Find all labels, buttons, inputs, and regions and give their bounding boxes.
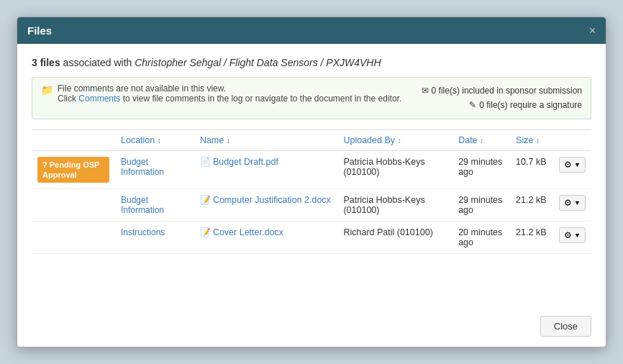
table-header-row: Location ↕ Name ↕ Uploaded By ↕ Date ↕ S…	[32, 129, 591, 150]
table-row: Instructions📝Cover Letter.docxRichard Pa…	[32, 222, 591, 254]
cell-status	[32, 189, 115, 222]
location-link[interactable]: Instructions	[121, 227, 165, 237]
gear-button[interactable]: ⚙ ▼	[559, 157, 586, 173]
file-name-link[interactable]: Computer Justification 2.docx	[213, 195, 331, 205]
info-bar-left: 📁 File comments are not available in thi…	[41, 83, 401, 113]
cell-status	[32, 222, 115, 254]
cell-location: Budget Information	[115, 150, 194, 189]
col-header-location: Location ↕	[115, 129, 194, 150]
modal-header: Files ×	[17, 17, 606, 44]
modal-close-button[interactable]: ×	[589, 25, 596, 37]
table-row: ? Pending OSP ApprovalBudget Information…	[32, 150, 591, 189]
info-bar: 📁 File comments are not available in thi…	[32, 77, 591, 119]
modal-body: 3 files associated with Christopher Sehg…	[17, 44, 606, 309]
file-name-link[interactable]: Cover Letter.docx	[213, 227, 283, 237]
cell-action: ⚙ ▼	[553, 150, 591, 189]
sponsor-submission-info: ✉ 0 file(s) included in sponsor submissi…	[422, 83, 582, 98]
cell-action: ⚙ ▼	[553, 189, 591, 222]
info-left-line1: File comments are not available in this …	[58, 83, 226, 94]
signature-info: ✎ 0 file(s) require a signature	[422, 98, 582, 112]
info-left-text: File comments are not available in this …	[58, 83, 401, 104]
files-summary: 3 files associated with Christopher Sehg…	[32, 57, 591, 68]
gear-button[interactable]: ⚙ ▼	[559, 227, 586, 243]
files-count: 3 files	[32, 57, 60, 68]
cell-size: 21.2 kB	[510, 222, 553, 254]
envelope-icon: ✉	[422, 83, 429, 98]
col-header-uploaded-by: Uploaded By ↕	[337, 129, 453, 150]
uploaded-sort-icon[interactable]: ↕	[397, 137, 401, 145]
pdf-file-icon: 📄	[200, 157, 211, 167]
cell-uploaded-by: Patricia Hobbs-Keys (010100)	[337, 150, 453, 189]
cell-action: ⚙ ▼	[553, 222, 591, 254]
summary-rest: associated with	[60, 57, 135, 68]
folder-icon: 📁	[41, 84, 53, 96]
cell-location: Instructions	[115, 222, 194, 254]
modal-footer: Close	[17, 309, 606, 347]
summary-italic: Christopher Sehgal / Flight Data Sensors…	[135, 57, 381, 68]
info-left-line2-suffix: to view file comments in the log or navi…	[120, 94, 401, 104]
cell-uploaded-by: Patricia Hobbs-Keys (010100)	[337, 189, 453, 222]
signature-text: 0 file(s) require a signature	[479, 98, 582, 112]
pencil-icon: ✎	[469, 98, 476, 112]
size-sort-icon[interactable]: ↕	[536, 137, 540, 145]
col-header-status	[32, 129, 115, 150]
docx-file-icon: 📝	[200, 195, 211, 205]
cell-name: 📝Cover Letter.docx	[194, 222, 338, 254]
status-badge: ? Pending OSP Approval	[37, 157, 109, 183]
col-header-date: Date ↕	[453, 129, 510, 150]
files-modal: Files × 3 files associated with Christop…	[17, 17, 606, 347]
location-link[interactable]: Budget Information	[121, 157, 164, 177]
cell-name: 📝Computer Justification 2.docx	[194, 189, 338, 222]
name-sort-icon[interactable]: ↕	[227, 137, 230, 145]
col-header-action	[553, 129, 591, 150]
info-bar-right: ✉ 0 file(s) included in sponsor submissi…	[422, 83, 582, 113]
table-row: Budget Information📝Computer Justificatio…	[32, 189, 591, 222]
docx-file-icon: 📝	[200, 227, 211, 237]
info-left-line2-prefix: Click	[58, 94, 78, 104]
cell-size: 21.2 kB	[510, 189, 553, 222]
col-header-name: Name ↕	[194, 129, 338, 150]
sponsor-submission-text: 0 file(s) included in sponsor submission	[432, 83, 582, 98]
gear-button[interactable]: ⚙ ▼	[559, 195, 586, 211]
cell-name: 📄Budget Draft.pdf	[194, 150, 338, 189]
cell-uploaded-by: Richard Patil (010100)	[337, 222, 453, 254]
cell-location: Budget Information	[115, 189, 194, 222]
location-link[interactable]: Budget Information	[121, 195, 164, 215]
files-table: Location ↕ Name ↕ Uploaded By ↕ Date ↕ S…	[32, 129, 591, 255]
file-name-link[interactable]: Budget Draft.pdf	[213, 157, 278, 167]
location-sort-icon[interactable]: ↕	[158, 137, 161, 145]
cell-date: 20 minutes ago	[453, 222, 510, 254]
date-sort-icon[interactable]: ↕	[480, 137, 483, 145]
col-header-size: Size ↕	[510, 129, 553, 150]
cell-date: 29 minutes ago	[453, 189, 510, 222]
modal-title: Files	[27, 24, 52, 37]
cell-status: ? Pending OSP Approval	[32, 150, 115, 189]
cell-size: 10.7 kB	[510, 150, 553, 189]
comments-link[interactable]: Comments	[78, 94, 120, 104]
close-button[interactable]: Close	[540, 316, 591, 337]
cell-date: 29 minutes ago	[453, 150, 510, 189]
